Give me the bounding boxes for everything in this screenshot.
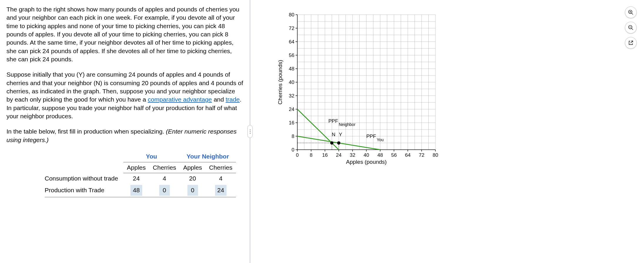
trade-link[interactable]: trade	[226, 96, 240, 103]
svg-text:0: 0	[292, 147, 294, 153]
svg-text:24: 24	[336, 152, 342, 158]
svg-text:80: 80	[289, 12, 294, 18]
svg-text:40: 40	[289, 80, 294, 85]
intro-paragraph: The graph to the right shows how many po…	[6, 5, 243, 63]
svg-text:32: 32	[350, 152, 355, 158]
svg-text:You: You	[377, 137, 384, 142]
graph-pane: 0816243240485664728008162432404856647280…	[250, 0, 644, 263]
table-row: Consumption without trade 24 4 20 4	[45, 173, 236, 184]
svg-text:24: 24	[289, 107, 294, 112]
svg-text:32: 32	[289, 93, 294, 99]
svg-text:N: N	[332, 132, 335, 137]
question-text-pane: The graph to the right shows how many po…	[0, 0, 250, 263]
instruction-paragraph: In the table below, first fill in produc…	[6, 127, 243, 144]
svg-point-93	[330, 141, 333, 145]
svg-text:Y: Y	[339, 132, 342, 137]
svg-text:PPF: PPF	[328, 118, 338, 124]
svg-text:16: 16	[289, 120, 294, 126]
scenario-paragraph: Suppose initially that you (Y) are consu…	[6, 70, 243, 120]
table-group-you: You	[123, 151, 180, 162]
svg-text:Apples (pounds): Apples (pounds)	[346, 159, 387, 165]
svg-text:16: 16	[322, 152, 328, 158]
col-you-apples: Apples	[123, 162, 149, 173]
svg-text:48: 48	[289, 66, 294, 72]
comparative-advantage-link[interactable]: comparative advantage	[148, 96, 212, 103]
svg-text:56: 56	[391, 152, 397, 158]
zoom-in-button[interactable]	[625, 6, 637, 18]
zoom-out-icon	[628, 25, 634, 31]
svg-text:48: 48	[378, 152, 383, 158]
zoom-in-icon	[628, 9, 634, 15]
svg-text:0: 0	[296, 152, 298, 158]
data-table: You Your Neighbor Apples Cherries Apples…	[45, 151, 243, 197]
scenario-text-mid: and	[212, 96, 226, 103]
svg-text:64: 64	[405, 152, 411, 158]
open-in-new-icon	[628, 40, 634, 46]
row1-n-cherries: 4	[206, 173, 236, 184]
svg-line-102	[632, 13, 633, 15]
graph-tools	[625, 6, 637, 49]
row1-you-cherries: 4	[149, 173, 180, 184]
svg-text:40: 40	[364, 152, 369, 158]
svg-text:8: 8	[310, 152, 312, 158]
svg-text:64: 64	[289, 39, 294, 45]
popout-button[interactable]	[625, 37, 637, 49]
table-row: Production with Trade 48 0 0 24	[45, 184, 236, 197]
svg-text:Cherries (pounds): Cherries (pounds)	[277, 60, 283, 104]
col-neighbor-apples: Apples	[180, 162, 205, 173]
col-neighbor-cherries: Cherries	[206, 162, 236, 173]
svg-text:72: 72	[419, 152, 425, 158]
table-group-neighbor: Your Neighbor	[180, 151, 236, 162]
svg-text:8: 8	[292, 134, 294, 139]
svg-text:PPF: PPF	[366, 134, 376, 139]
instruction-text: In the table below, first fill in produc…	[6, 128, 166, 135]
row1-n-apples: 20	[180, 173, 205, 184]
svg-text:56: 56	[289, 53, 294, 58]
row1-you-apples: 24	[123, 173, 149, 184]
row1-label: Consumption without trade	[45, 173, 123, 184]
svg-text:80: 80	[433, 152, 438, 158]
svg-text:72: 72	[289, 26, 294, 31]
input-you-cherries[interactable]: 0	[159, 185, 170, 195]
input-n-cherries[interactable]: 24	[215, 185, 227, 195]
zoom-out-button[interactable]	[625, 22, 637, 33]
col-you-cherries: Cherries	[149, 162, 180, 173]
svg-point-94	[337, 141, 341, 145]
svg-text:Neighbor: Neighbor	[339, 122, 355, 127]
svg-line-106	[632, 28, 633, 30]
row2-label: Production with Trade	[45, 184, 123, 197]
input-n-apples[interactable]: 0	[187, 185, 198, 195]
input-you-apples[interactable]: 48	[130, 185, 142, 195]
ppf-chart: 0816243240485664728008162432404856647280…	[277, 9, 441, 167]
